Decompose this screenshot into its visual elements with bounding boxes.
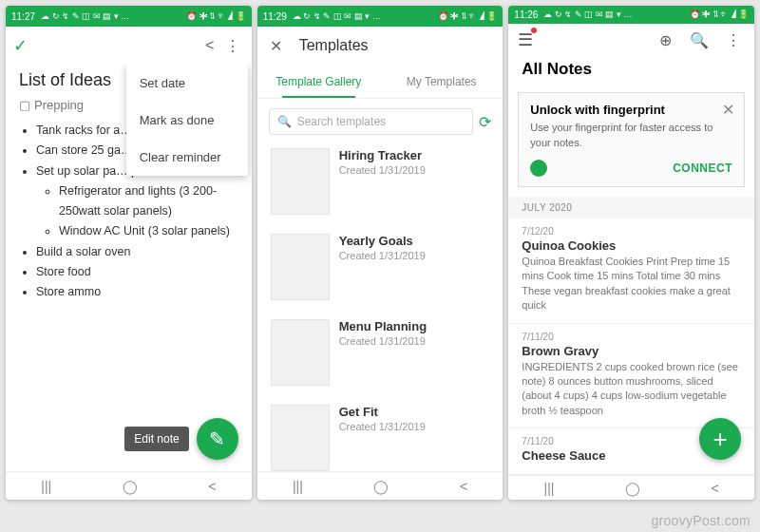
- overflow-icon[interactable]: ⋮: [722, 31, 745, 49]
- template-item[interactable]: Menu PlanningCreated 1/31/2019: [257, 315, 504, 401]
- status-bar: 11:26☁ ↻ ↯ ✎ ◫ ✉ ▤ ▾ … ⏰ ✱ ⇅ ᯤ ◢ 🔋: [508, 6, 754, 24]
- status-bar: 11:27☁ ↻ ↯ ✎ ◫ ✉ ▤ ▾ … ⏰ ✱ ⇅ ᯤ ◢ 🔋: [6, 6, 252, 27]
- close-icon[interactable]: ✕: [265, 37, 288, 55]
- nav-recents-icon[interactable]: |||: [41, 479, 51, 494]
- template-thumb: [271, 148, 330, 215]
- search-placeholder: Search templates: [297, 115, 386, 128]
- note-item[interactable]: 7/11/20 Brown Gravy INGREDIENTS 2 cups c…: [508, 324, 754, 429]
- note-view: List of Ideas ▢ Prepping ⏰ ◫ ⓘ Tank rack…: [6, 65, 252, 471]
- nav-home-icon[interactable]: ◯: [625, 481, 640, 496]
- refresh-icon[interactable]: ⟳: [479, 113, 491, 131]
- reminder-menu: Set date Mark as done Clear reminder: [126, 65, 248, 176]
- notebook-icon: ▢: [19, 98, 30, 112]
- menu-mark-done[interactable]: Mark as done: [126, 102, 248, 139]
- notebook-name: Prepping: [34, 98, 84, 112]
- search-icon: 🔍: [277, 115, 292, 128]
- watermark: groovyPost.com: [651, 513, 750, 528]
- nav-bar: ||| ◯ <: [6, 471, 252, 500]
- unlock-card: ✕ Unlock with fingerprint Use your finge…: [518, 92, 745, 187]
- tabs: Template Gallery My Templates: [257, 65, 504, 99]
- phone-templates: 11:29☁ ↻ ↯ ✎ ◫ ✉ ▤ ▾ … ⏰ ✱ ⇅ ᯤ ◢ 🔋 ✕ Tem…: [257, 6, 504, 500]
- nav-bar: ||| ◯ <: [508, 475, 754, 500]
- share-icon[interactable]: <: [199, 37, 221, 54]
- unlock-body: Use your fingerprint for faster access t…: [530, 121, 732, 150]
- nav-back-icon[interactable]: <: [208, 479, 216, 494]
- nav-recents-icon[interactable]: |||: [544, 481, 555, 496]
- tab-gallery[interactable]: Template Gallery: [257, 65, 380, 98]
- nav-back-icon[interactable]: <: [712, 481, 719, 496]
- toast: Edit note: [124, 427, 188, 451]
- toolbar: ✓ < ⋮: [6, 27, 252, 65]
- hamburger-icon[interactable]: ☰: [518, 29, 533, 50]
- page-title: All Notes: [508, 56, 754, 88]
- toolbar: ☰ ⊕ 🔍 ⋮: [508, 24, 754, 56]
- page-title: Templates: [299, 37, 369, 54]
- clock: 11:26: [514, 10, 538, 20]
- template-list: Hiring TrackerCreated 1/31/2019 Yearly G…: [257, 144, 504, 471]
- clock: 11:29: [263, 11, 287, 22]
- template-thumb: [271, 234, 330, 300]
- phone-all-notes: 11:26☁ ↻ ↯ ✎ ◫ ✉ ▤ ▾ … ⏰ ✱ ⇅ ᯤ ◢ 🔋 ☰ ⊕ 🔍…: [508, 6, 754, 500]
- template-item[interactable]: Hiring TrackerCreated 1/31/2019: [257, 144, 504, 230]
- toolbar: ✕ Templates: [257, 27, 504, 65]
- nav-home-icon[interactable]: ◯: [123, 479, 138, 494]
- note-item[interactable]: 7/12/20 Quinoa Cookies Quinoa Breakfast …: [508, 218, 754, 324]
- nav-bar: ||| ◯ <: [257, 471, 504, 500]
- nav-home-icon[interactable]: ◯: [373, 479, 389, 494]
- template-thumb: [271, 405, 330, 471]
- template-thumb: [271, 319, 330, 386]
- menu-clear-reminder[interactable]: Clear reminder: [126, 139, 248, 176]
- fingerprint-icon: [530, 160, 547, 177]
- unlock-title: Unlock with fingerprint: [530, 103, 732, 117]
- menu-set-date[interactable]: Set date: [126, 65, 248, 102]
- edit-fab[interactable]: ✎: [197, 418, 238, 460]
- section-header: JULY 2020: [508, 197, 754, 218]
- phone-note-detail: 11:27☁ ↻ ↯ ✎ ◫ ✉ ▤ ▾ … ⏰ ✱ ⇅ ᯤ ◢ 🔋 ✓ < ⋮…: [6, 6, 252, 500]
- clock: 11:27: [11, 11, 35, 22]
- nav-back-icon[interactable]: <: [460, 479, 467, 494]
- tab-mytemplates[interactable]: My Templates: [380, 65, 503, 98]
- template-item[interactable]: Yearly GoalsCreated 1/31/2019: [257, 230, 504, 315]
- check-icon[interactable]: ✓: [13, 35, 28, 56]
- pencil-icon: ✎: [209, 428, 225, 450]
- sync-icon[interactable]: ⊕: [654, 31, 676, 49]
- plus-icon: +: [712, 425, 727, 454]
- search-input[interactable]: 🔍 Search templates: [269, 108, 474, 135]
- connect-button[interactable]: CONNECT: [673, 162, 732, 175]
- close-icon[interactable]: ✕: [722, 101, 734, 119]
- overflow-icon[interactable]: ⋮: [221, 37, 244, 55]
- template-item[interactable]: Get FitCreated 1/31/2019: [257, 401, 504, 471]
- search-icon[interactable]: 🔍: [688, 31, 711, 49]
- nav-recents-icon[interactable]: |||: [293, 479, 303, 494]
- new-note-fab[interactable]: +: [699, 418, 741, 460]
- status-bar: 11:29☁ ↻ ↯ ✎ ◫ ✉ ▤ ▾ … ⏰ ✱ ⇅ ᯤ ◢ 🔋: [257, 6, 504, 27]
